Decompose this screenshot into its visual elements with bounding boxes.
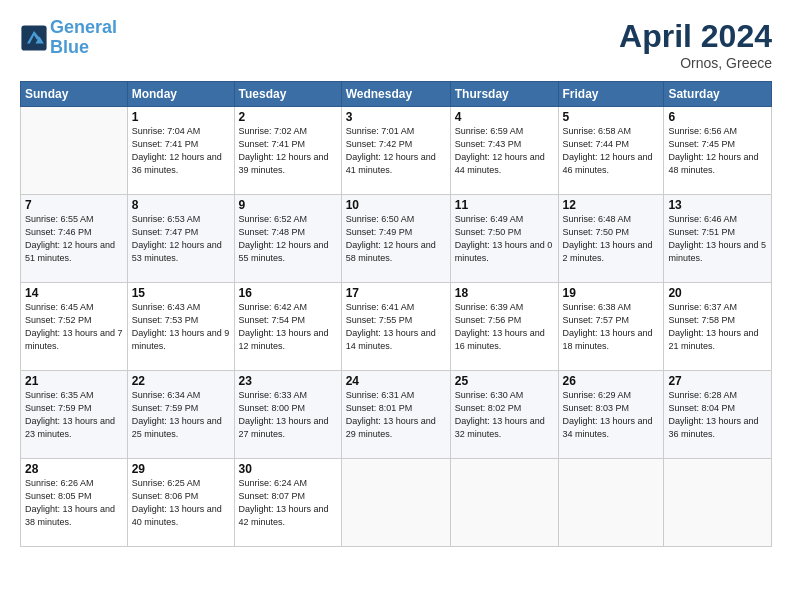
calendar-cell: 27Sunrise: 6:28 AMSunset: 8:04 PMDayligh…: [664, 371, 772, 459]
location-subtitle: Ornos, Greece: [619, 55, 772, 71]
calendar-cell: 30Sunrise: 6:24 AMSunset: 8:07 PMDayligh…: [234, 459, 341, 547]
day-info: Sunrise: 6:38 AMSunset: 7:57 PMDaylight:…: [563, 301, 660, 353]
day-number: 16: [239, 286, 337, 300]
day-info: Sunrise: 7:04 AMSunset: 7:41 PMDaylight:…: [132, 125, 230, 177]
calendar-cell: [450, 459, 558, 547]
day-info: Sunrise: 6:34 AMSunset: 7:59 PMDaylight:…: [132, 389, 230, 441]
day-info: Sunrise: 6:42 AMSunset: 7:54 PMDaylight:…: [239, 301, 337, 353]
calendar-cell: 16Sunrise: 6:42 AMSunset: 7:54 PMDayligh…: [234, 283, 341, 371]
calendar-cell: 12Sunrise: 6:48 AMSunset: 7:50 PMDayligh…: [558, 195, 664, 283]
day-info: Sunrise: 6:58 AMSunset: 7:44 PMDaylight:…: [563, 125, 660, 177]
day-number: 26: [563, 374, 660, 388]
day-info: Sunrise: 7:02 AMSunset: 7:41 PMDaylight:…: [239, 125, 337, 177]
calendar-cell: 22Sunrise: 6:34 AMSunset: 7:59 PMDayligh…: [127, 371, 234, 459]
day-number: 14: [25, 286, 123, 300]
day-number: 23: [239, 374, 337, 388]
calendar-cell: 29Sunrise: 6:25 AMSunset: 8:06 PMDayligh…: [127, 459, 234, 547]
calendar-cell: 13Sunrise: 6:46 AMSunset: 7:51 PMDayligh…: [664, 195, 772, 283]
day-info: Sunrise: 6:45 AMSunset: 7:52 PMDaylight:…: [25, 301, 123, 353]
col-header-thursday: Thursday: [450, 82, 558, 107]
day-number: 22: [132, 374, 230, 388]
calendar-cell: 1Sunrise: 7:04 AMSunset: 7:41 PMDaylight…: [127, 107, 234, 195]
col-header-sunday: Sunday: [21, 82, 128, 107]
calendar-cell: 7Sunrise: 6:55 AMSunset: 7:46 PMDaylight…: [21, 195, 128, 283]
calendar-cell: 2Sunrise: 7:02 AMSunset: 7:41 PMDaylight…: [234, 107, 341, 195]
calendar-cell: 19Sunrise: 6:38 AMSunset: 7:57 PMDayligh…: [558, 283, 664, 371]
calendar-cell: 20Sunrise: 6:37 AMSunset: 7:58 PMDayligh…: [664, 283, 772, 371]
day-number: 11: [455, 198, 554, 212]
col-header-saturday: Saturday: [664, 82, 772, 107]
day-number: 24: [346, 374, 446, 388]
calendar-cell: 4Sunrise: 6:59 AMSunset: 7:43 PMDaylight…: [450, 107, 558, 195]
day-info: Sunrise: 6:30 AMSunset: 8:02 PMDaylight:…: [455, 389, 554, 441]
calendar-week-5: 28Sunrise: 6:26 AMSunset: 8:05 PMDayligh…: [21, 459, 772, 547]
day-info: Sunrise: 6:48 AMSunset: 7:50 PMDaylight:…: [563, 213, 660, 265]
calendar-cell: 6Sunrise: 6:56 AMSunset: 7:45 PMDaylight…: [664, 107, 772, 195]
calendar-table: SundayMondayTuesdayWednesdayThursdayFrid…: [20, 81, 772, 547]
calendar-cell: 14Sunrise: 6:45 AMSunset: 7:52 PMDayligh…: [21, 283, 128, 371]
calendar-cell: 24Sunrise: 6:31 AMSunset: 8:01 PMDayligh…: [341, 371, 450, 459]
calendar-cell: 18Sunrise: 6:39 AMSunset: 7:56 PMDayligh…: [450, 283, 558, 371]
day-number: 30: [239, 462, 337, 476]
day-number: 27: [668, 374, 767, 388]
day-number: 12: [563, 198, 660, 212]
day-number: 5: [563, 110, 660, 124]
calendar-cell: [664, 459, 772, 547]
calendar-cell: 23Sunrise: 6:33 AMSunset: 8:00 PMDayligh…: [234, 371, 341, 459]
day-info: Sunrise: 6:37 AMSunset: 7:58 PMDaylight:…: [668, 301, 767, 353]
calendar-cell: 8Sunrise: 6:53 AMSunset: 7:47 PMDaylight…: [127, 195, 234, 283]
day-info: Sunrise: 6:46 AMSunset: 7:51 PMDaylight:…: [668, 213, 767, 265]
day-number: 6: [668, 110, 767, 124]
day-info: Sunrise: 7:01 AMSunset: 7:42 PMDaylight:…: [346, 125, 446, 177]
calendar-cell: [558, 459, 664, 547]
day-info: Sunrise: 6:25 AMSunset: 8:06 PMDaylight:…: [132, 477, 230, 529]
day-number: 21: [25, 374, 123, 388]
calendar-cell: 25Sunrise: 6:30 AMSunset: 8:02 PMDayligh…: [450, 371, 558, 459]
day-number: 8: [132, 198, 230, 212]
calendar-week-2: 7Sunrise: 6:55 AMSunset: 7:46 PMDaylight…: [21, 195, 772, 283]
calendar-cell: 3Sunrise: 7:01 AMSunset: 7:42 PMDaylight…: [341, 107, 450, 195]
day-number: 18: [455, 286, 554, 300]
calendar-cell: [21, 107, 128, 195]
calendar-week-4: 21Sunrise: 6:35 AMSunset: 7:59 PMDayligh…: [21, 371, 772, 459]
logo-text: General Blue: [50, 18, 117, 58]
day-info: Sunrise: 6:52 AMSunset: 7:48 PMDaylight:…: [239, 213, 337, 265]
calendar-cell: 15Sunrise: 6:43 AMSunset: 7:53 PMDayligh…: [127, 283, 234, 371]
day-info: Sunrise: 6:39 AMSunset: 7:56 PMDaylight:…: [455, 301, 554, 353]
calendar-cell: 26Sunrise: 6:29 AMSunset: 8:03 PMDayligh…: [558, 371, 664, 459]
calendar-cell: [341, 459, 450, 547]
day-number: 13: [668, 198, 767, 212]
col-header-tuesday: Tuesday: [234, 82, 341, 107]
day-number: 3: [346, 110, 446, 124]
calendar-cell: 17Sunrise: 6:41 AMSunset: 7:55 PMDayligh…: [341, 283, 450, 371]
calendar-cell: 10Sunrise: 6:50 AMSunset: 7:49 PMDayligh…: [341, 195, 450, 283]
svg-rect-0: [21, 25, 46, 50]
logo-icon: [20, 24, 48, 52]
day-number: 20: [668, 286, 767, 300]
day-info: Sunrise: 6:55 AMSunset: 7:46 PMDaylight:…: [25, 213, 123, 265]
calendar-header-row: SundayMondayTuesdayWednesdayThursdayFrid…: [21, 82, 772, 107]
day-info: Sunrise: 6:26 AMSunset: 8:05 PMDaylight:…: [25, 477, 123, 529]
day-number: 28: [25, 462, 123, 476]
day-info: Sunrise: 6:56 AMSunset: 7:45 PMDaylight:…: [668, 125, 767, 177]
day-number: 9: [239, 198, 337, 212]
logo: General Blue: [20, 18, 117, 58]
day-number: 17: [346, 286, 446, 300]
day-number: 2: [239, 110, 337, 124]
calendar-week-3: 14Sunrise: 6:45 AMSunset: 7:52 PMDayligh…: [21, 283, 772, 371]
calendar-week-1: 1Sunrise: 7:04 AMSunset: 7:41 PMDaylight…: [21, 107, 772, 195]
day-info: Sunrise: 6:41 AMSunset: 7:55 PMDaylight:…: [346, 301, 446, 353]
calendar-cell: 28Sunrise: 6:26 AMSunset: 8:05 PMDayligh…: [21, 459, 128, 547]
logo-general: General: [50, 17, 117, 37]
day-info: Sunrise: 6:59 AMSunset: 7:43 PMDaylight:…: [455, 125, 554, 177]
logo-blue: Blue: [50, 37, 89, 57]
day-number: 15: [132, 286, 230, 300]
day-number: 7: [25, 198, 123, 212]
day-number: 25: [455, 374, 554, 388]
page: General Blue April 2024 Ornos, Greece Su…: [0, 0, 792, 612]
month-title: April 2024: [619, 18, 772, 55]
day-number: 1: [132, 110, 230, 124]
day-number: 4: [455, 110, 554, 124]
day-number: 10: [346, 198, 446, 212]
col-header-friday: Friday: [558, 82, 664, 107]
